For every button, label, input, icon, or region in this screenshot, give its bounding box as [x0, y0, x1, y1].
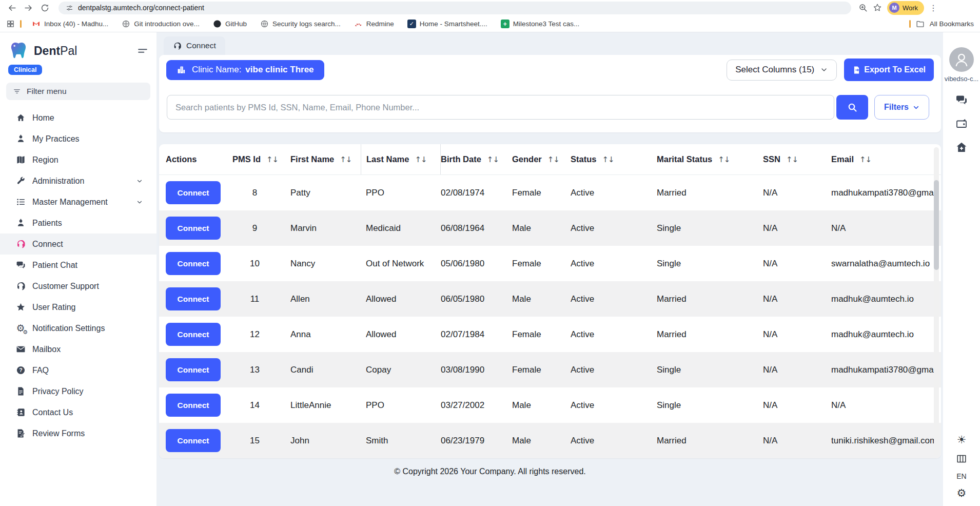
- bookmark-github[interactable]: GitHub: [213, 20, 247, 28]
- chat-icon[interactable]: [955, 94, 968, 106]
- table-columns-icon[interactable]: [956, 453, 967, 464]
- bookmark-milestone3-test-cas[interactable]: +Milestone3 Test cas...: [501, 20, 580, 28]
- chevron-down-icon: [913, 104, 919, 111]
- sidebar-item-notification-settings[interactable]: ⚙⚙Notification Settings: [0, 318, 156, 339]
- table-row: Connect15JohnSmith06/23/1979MaleActiveMa…: [159, 423, 941, 458]
- column-header-birth-date[interactable]: Birth Date↑↓: [441, 144, 512, 174]
- connect-button[interactable]: Connect: [166, 252, 221, 275]
- sidebar-item-faq[interactable]: ?FAQ: [0, 360, 156, 381]
- connect-button[interactable]: Connect: [166, 394, 221, 417]
- table-scrollbar[interactable]: [934, 147, 939, 455]
- sort-arrows-icon[interactable]: ↑↓: [415, 155, 426, 164]
- sidebar-item-mailbox[interactable]: Mailbox: [0, 339, 156, 360]
- back-icon[interactable]: [5, 1, 18, 14]
- cell-ssn: N/A: [763, 387, 831, 423]
- table-row: Connect8PattyPPO02/08/1974FemaleActiveMa…: [159, 175, 941, 210]
- column-header-gender[interactable]: Gender↑↓: [512, 144, 571, 174]
- forward-icon[interactable]: [22, 1, 35, 14]
- select-columns-dropdown[interactable]: Select Columns (15): [727, 60, 837, 81]
- sidebar-item-review-forms[interactable]: Review Forms: [0, 423, 156, 444]
- question-icon: ?: [15, 365, 26, 376]
- cell-birth-date: 06/23/1979: [441, 423, 512, 458]
- sidebar: DentPal Clinical Filter menu HomeMy Prac…: [0, 32, 156, 506]
- sidebar-item-user-rating[interactable]: User Rating: [0, 297, 156, 318]
- connect-button[interactable]: Connect: [166, 323, 221, 346]
- connect-button[interactable]: Connect: [166, 181, 221, 204]
- sidebar-item-administration[interactable]: Administration: [0, 170, 156, 191]
- bookmark-git-introduction-ove[interactable]: Git introduction ove...: [122, 20, 200, 28]
- cell-first-name: Allen: [290, 281, 366, 317]
- column-header-first-name[interactable]: First Name↑↓: [290, 144, 366, 174]
- bookmark-security-logs-search[interactable]: Security logs search...: [260, 20, 341, 28]
- sidebar-item-my-practices[interactable]: My Practices: [0, 128, 156, 149]
- connect-button[interactable]: Connect: [166, 358, 221, 381]
- zoom-icon[interactable]: [858, 3, 868, 12]
- cell-birth-date: 03/27/2002: [441, 387, 512, 423]
- sort-arrows-icon[interactable]: ↑↓: [340, 155, 351, 164]
- column-header-last-name[interactable]: Last Name↑↓: [361, 144, 441, 174]
- profile-label: Work: [903, 4, 918, 12]
- cell-marital-status: Married: [657, 317, 763, 352]
- all-bookmarks-label[interactable]: All Bookmarks: [930, 20, 974, 28]
- avatar[interactable]: [949, 47, 974, 72]
- menu-dots-icon[interactable]: ⋮: [929, 3, 936, 13]
- cell-ssn: N/A: [763, 352, 831, 387]
- bookmark-redmine[interactable]: Redmine: [354, 20, 394, 28]
- column-header-status[interactable]: Status↑↓: [571, 144, 657, 174]
- tab-connect[interactable]: Connect: [164, 36, 225, 55]
- connect-button[interactable]: Connect: [166, 287, 221, 310]
- connect-button[interactable]: Connect: [166, 429, 221, 452]
- theme-sun-icon[interactable]: ☀: [957, 435, 967, 445]
- connect-button[interactable]: Connect: [166, 217, 221, 240]
- sidebar-collapse-icon[interactable]: [137, 46, 148, 57]
- bookmark-home-smartsheet[interactable]: ✓Home - Smartsheet....: [407, 20, 487, 28]
- sidebar-item-connect[interactable]: Connect: [0, 233, 156, 255]
- site-info-icon[interactable]: [66, 4, 73, 12]
- dentpal-logo-icon: [8, 41, 29, 61]
- column-header-ssn[interactable]: SSN↑↓: [763, 144, 831, 174]
- url-text: dentpalstg.aumtech.org/connect-patient: [78, 4, 204, 12]
- sidebar-item-home[interactable]: Home: [0, 107, 156, 128]
- medical-home-icon[interactable]: [955, 141, 968, 153]
- sort-arrows-icon[interactable]: ↑↓: [266, 155, 278, 164]
- sort-arrows-icon[interactable]: ↑↓: [859, 155, 871, 164]
- column-header-pms-id[interactable]: PMS Id↑↓: [232, 144, 290, 174]
- settings-gear-icon[interactable]: ⚙: [957, 488, 967, 499]
- apps-grid-icon[interactable]: [6, 20, 15, 28]
- column-header-email[interactable]: Email↑↓: [831, 144, 941, 174]
- sidebar-item-master-management[interactable]: Master Management: [0, 191, 156, 212]
- sort-arrows-icon[interactable]: ↑↓: [718, 155, 730, 164]
- sidebar-item-patients[interactable]: Patients: [0, 212, 156, 233]
- sort-arrows-icon[interactable]: ↑↓: [602, 155, 614, 164]
- cell-ssn: N/A: [763, 317, 831, 352]
- search-icon: [847, 102, 857, 112]
- sort-arrows-icon[interactable]: ↑↓: [547, 155, 559, 164]
- sidebar-item-region[interactable]: Region: [0, 149, 156, 170]
- clinic-name-pill: Clinic Name: vibe clinic Three: [166, 60, 324, 80]
- sidebar-item-patient-chat[interactable]: Patient Chat: [0, 255, 156, 276]
- address-bar[interactable]: dentpalstg.aumtech.org/connect-patient: [58, 2, 851, 14]
- patient-search-input[interactable]: [167, 95, 834, 120]
- bookmark-inbox-40-madhu[interactable]: Inbox (40) - Madhu...: [32, 20, 108, 28]
- export-to-excel-button[interactable]: Export To Excel: [844, 59, 934, 81]
- column-header-marital-status[interactable]: Marital Status↑↓: [657, 144, 763, 174]
- bookmark-star-icon[interactable]: [873, 3, 882, 12]
- sidebar-item-privacy-policy[interactable]: Privacy Policy: [0, 381, 156, 402]
- profile-chip[interactable]: M Work: [887, 1, 924, 15]
- sidebar-item-contact-us[interactable]: Contact Us: [0, 402, 156, 423]
- cell-email: swarnalatha@aumtech.io: [831, 246, 941, 281]
- filter-menu[interactable]: Filter menu: [6, 83, 150, 100]
- search-button[interactable]: [836, 95, 868, 120]
- scrollbar-thumb[interactable]: [934, 180, 939, 270]
- sidebar-item-customer-support[interactable]: Customer Support: [0, 276, 156, 297]
- wallet-icon[interactable]: [955, 118, 968, 130]
- sort-arrows-icon[interactable]: ↑↓: [487, 155, 499, 164]
- cell-pms-id: 12: [232, 317, 290, 352]
- cell-ssn: N/A: [763, 423, 831, 458]
- cell-first-name: Candi: [290, 352, 366, 387]
- cell-gender: Male: [512, 210, 571, 246]
- reload-icon[interactable]: [38, 1, 51, 14]
- filters-button[interactable]: Filters: [874, 95, 929, 120]
- sort-arrows-icon[interactable]: ↑↓: [786, 155, 798, 164]
- right-rail: vibedso-c... ☀ EN ⚙: [943, 32, 980, 506]
